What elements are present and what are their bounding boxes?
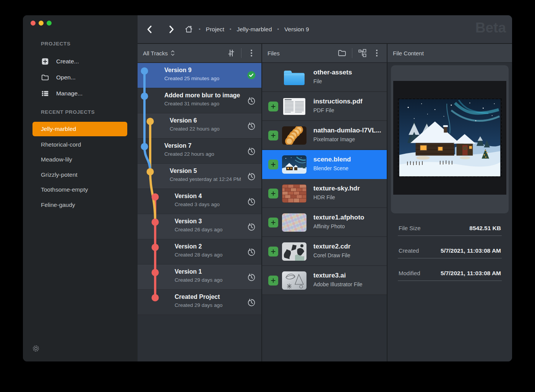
meta-value: 5/7/2021, 11:03:08 AM	[441, 247, 501, 254]
folder-icon	[41, 73, 49, 82]
forward-button[interactable]	[166, 24, 177, 35]
version-subtitle: Created 3 days ago	[175, 202, 244, 207]
filter-sliders-icon[interactable]	[227, 48, 236, 58]
add-file-button[interactable]	[268, 160, 278, 169]
sidebar: PROJECTS Create... Open... Manage... REC…	[23, 15, 138, 361]
hierarchy-view-icon[interactable]	[358, 48, 367, 58]
scene-thumbnail	[282, 155, 306, 174]
close-window-button[interactable]	[31, 21, 36, 26]
plus-square-icon	[41, 57, 49, 66]
file-content-label: File Content	[393, 50, 424, 56]
version-title: Version 2	[175, 243, 244, 250]
add-file-button[interactable]	[268, 247, 278, 256]
restore-icon[interactable]	[247, 273, 256, 282]
add-file-button[interactable]	[268, 218, 278, 227]
timeline-more-menu-icon[interactable]	[247, 48, 256, 58]
version-title: Version 3	[175, 218, 244, 225]
sidebar-item-manage[interactable]: Manage...	[41, 89, 83, 98]
file-row-texture3[interactable]: texture3.ai Adobe Illustrator File	[262, 266, 387, 295]
file-row-nathan-dumlao[interactable]: nathan-dumlao-l7VL... Pixelmator Image	[262, 121, 387, 150]
files-panel[interactable]: Files	[262, 44, 387, 361]
recent-project-feline-gaudy[interactable]: Feline-gaudy	[41, 198, 126, 212]
timeline-row-version-9[interactable]: Version 9 Created 25 minutes ago	[138, 63, 261, 88]
recent-project-meadow-lily[interactable]: Meadow-lily	[41, 152, 126, 167]
file-name: instructions.pdf	[313, 98, 362, 105]
file-content-panel: File Content	[387, 44, 512, 361]
version-title: Added more blur to image	[164, 92, 244, 99]
restore-icon[interactable]	[247, 147, 256, 156]
recent-project-rhetorical-cord[interactable]: Rhetorical-cord	[41, 137, 126, 152]
timeline-row-version-7[interactable]: Version 7 Created 22 hours ago	[138, 139, 261, 164]
breadcrumb-project[interactable]: Project	[206, 26, 224, 33]
add-file-button[interactable]	[268, 102, 278, 111]
list-icon	[41, 89, 49, 98]
timeline-row-version-1[interactable]: Version 1 Created 29 days ago	[138, 265, 261, 290]
navigation-bar: • Project • Jelly-marbled • Version 9 Be…	[138, 15, 512, 43]
timeline-row-version-6[interactable]: Version 6 Created 22 hours ago	[138, 113, 261, 139]
preview-image[interactable]	[398, 98, 502, 177]
breadcrumb-version[interactable]: Version 9	[284, 26, 309, 33]
zoom-window-button[interactable]	[47, 21, 52, 26]
sidebar-item-create[interactable]: Create...	[41, 57, 79, 66]
timeline-panel[interactable]: All Tracks Version 9	[138, 44, 261, 361]
timeline-row-version-5[interactable]: Version 5 Created yesterday at 12:24 PM	[138, 164, 261, 189]
add-file-button[interactable]	[268, 276, 278, 286]
recent-project-toothsome-empty[interactable]: Toothsome-empty	[41, 182, 126, 197]
back-button[interactable]	[144, 24, 155, 35]
file-row-texture1[interactable]: texture1.afphoto Affinity Photo	[262, 208, 387, 237]
version-subtitle: Created 29 days ago	[175, 277, 244, 283]
columns: All Tracks Version 9	[138, 44, 512, 361]
file-row-scene-blend[interactable]: scene.blend Blender Scene	[262, 150, 387, 179]
timeline-row-version-4[interactable]: Version 4 Created 3 days ago	[138, 189, 261, 214]
folder-thumbnail	[282, 68, 306, 87]
restore-icon[interactable]	[247, 298, 256, 307]
sort-chevrons-icon[interactable]	[170, 49, 175, 57]
file-name: scene.blend	[313, 156, 351, 163]
sidebar-item-open[interactable]: Open...	[41, 73, 76, 82]
minimize-window-button[interactable]	[39, 21, 44, 26]
pdf-thumbnail	[282, 97, 306, 116]
file-type: File	[313, 78, 322, 84]
home-icon[interactable]	[184, 25, 193, 34]
file-row-texture2[interactable]: texture2.cdr Corel Draw File	[262, 237, 387, 266]
file-type: Adobe Illustrator File	[313, 281, 362, 287]
file-row-instructions-pdf[interactable]: instructions.pdf PDF File	[262, 92, 387, 121]
breadcrumb-separator: •	[277, 26, 280, 32]
timeline-row-version-2[interactable]: Version 2 Created 28 days ago	[138, 239, 261, 265]
files-label: Files	[268, 50, 280, 56]
new-folder-icon[interactable]	[337, 48, 347, 58]
timeline-row-created-project[interactable]: Created Project Created 29 days ago	[138, 290, 261, 315]
restore-icon[interactable]	[247, 172, 256, 181]
restore-icon[interactable]	[247, 122, 256, 131]
file-name: nathan-dumlao-l7VL...	[313, 127, 381, 134]
recent-project-grizzly-potent[interactable]: Grizzly-potent	[41, 168, 126, 182]
breadcrumb-separator: •	[229, 26, 232, 32]
version-title: Version 5	[170, 168, 244, 174]
file-row-texture-sky[interactable]: texture-sky.hdr HDR File	[262, 179, 387, 208]
add-file-button[interactable]	[268, 131, 278, 140]
restore-icon[interactable]	[247, 223, 256, 232]
meta-label: File Size	[399, 225, 421, 231]
recent-projects-header: RECENT PROJECTS	[41, 109, 138, 115]
recent-project-jelly-marbled[interactable]: Jelly-marbled	[32, 122, 127, 136]
file-list: other-assets File instructions.pdf PDF F…	[262, 63, 387, 295]
file-row-other-assets[interactable]: other-assets File	[262, 63, 387, 92]
projects-header: PROJECTS	[41, 41, 138, 47]
breadcrumb-project-name[interactable]: Jelly-marbled	[237, 26, 272, 33]
restore-icon[interactable]	[247, 197, 256, 206]
timeline-row-blur[interactable]: Added more blur to image Created 31 minu…	[138, 88, 261, 113]
file-name: other-assets	[313, 69, 352, 76]
restore-icon[interactable]	[247, 248, 256, 257]
all-tracks-label[interactable]: All Tracks	[143, 50, 168, 56]
file-name: texture1.afphoto	[313, 214, 364, 221]
add-file-button[interactable]	[268, 189, 278, 198]
main-area: • Project • Jelly-marbled • Version 9 Be…	[138, 15, 512, 361]
version-title: Version 9	[164, 67, 244, 74]
timeline-row-version-3[interactable]: Version 3 Created 26 days ago	[138, 214, 261, 239]
version-subtitle: Created 25 minutes ago	[164, 76, 244, 81]
settings-gear-icon[interactable]	[31, 344, 41, 353]
check-circle-icon	[247, 71, 256, 80]
files-more-menu-icon[interactable]	[372, 48, 381, 58]
restore-icon[interactable]	[247, 97, 256, 106]
file-type: PDF File	[313, 107, 334, 113]
